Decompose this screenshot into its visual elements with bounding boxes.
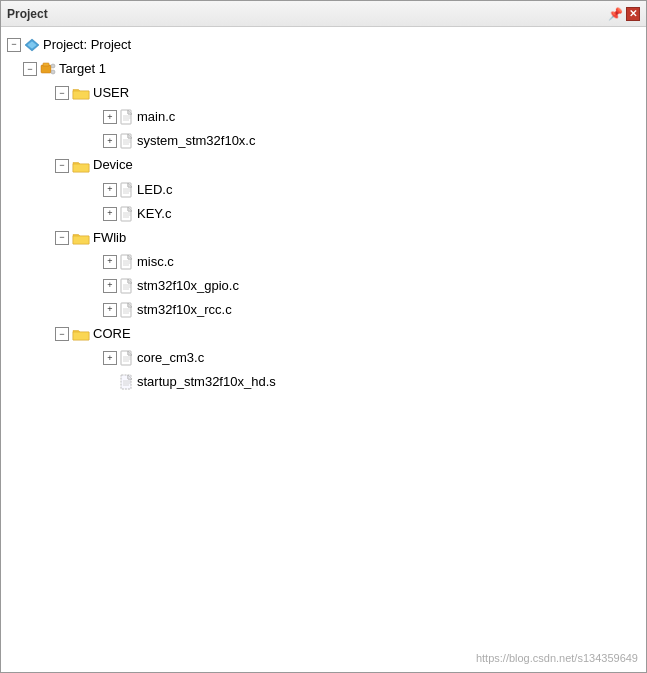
- list-item: +: [101, 178, 642, 202]
- project-window: Project 📌 ✕ − Project: Project: [0, 0, 647, 673]
- led-c-label: LED.c: [137, 179, 172, 201]
- tree-content: − Project: Project −: [1, 27, 646, 672]
- gpio-c-item[interactable]: +: [101, 274, 642, 298]
- system-stm32-label: system_stm32f10x.c: [137, 130, 256, 152]
- list-item: startup_stm32f10x_hd.s: [101, 370, 642, 394]
- title-bar-left: Project: [7, 7, 48, 21]
- target-1-label: Target 1: [59, 58, 106, 80]
- expander-key-c[interactable]: +: [103, 207, 117, 221]
- project-icon: [24, 38, 40, 52]
- list-item: − Device: [53, 153, 642, 225]
- title-bar-icons: 📌 ✕: [608, 7, 640, 21]
- core-cm3-item[interactable]: +: [101, 346, 642, 370]
- close-icon[interactable]: ✕: [626, 7, 640, 21]
- file-icon: [120, 109, 134, 125]
- project-root-label: Project: Project: [43, 34, 131, 56]
- expander-target1[interactable]: −: [23, 62, 37, 76]
- list-item: +: [101, 298, 642, 322]
- user-files: +: [53, 105, 642, 153]
- project-tree: − Project: Project −: [5, 33, 642, 394]
- folder-icon: [72, 327, 90, 341]
- misc-c-item[interactable]: +: [101, 250, 642, 274]
- user-folder-label: USER: [93, 82, 129, 104]
- led-c-item[interactable]: +: [101, 178, 642, 202]
- expander-led-c[interactable]: +: [103, 183, 117, 197]
- folder-icon: [72, 159, 90, 173]
- core-cm3-label: core_cm3.c: [137, 347, 204, 369]
- expander-user[interactable]: −: [55, 86, 69, 100]
- expander-gpio-c[interactable]: +: [103, 279, 117, 293]
- startup-label: startup_stm32f10x_hd.s: [137, 371, 276, 393]
- fwlib-folder[interactable]: − FWlib: [53, 226, 642, 250]
- list-item: +: [101, 274, 642, 298]
- device-folder-label: Device: [93, 154, 133, 176]
- svg-rect-3: [43, 63, 49, 66]
- file-icon: [120, 254, 134, 270]
- expander-system-stm32[interactable]: +: [103, 134, 117, 148]
- user-folder-list: − USER: [21, 81, 642, 394]
- folder-icon: [72, 86, 90, 100]
- file-icon: [120, 133, 134, 149]
- gpio-c-label: stm32f10x_gpio.c: [137, 275, 239, 297]
- expander-root[interactable]: −: [7, 38, 21, 52]
- startup-item[interactable]: startup_stm32f10x_hd.s: [101, 370, 642, 394]
- svg-point-5: [51, 70, 55, 74]
- fwlib-folder-label: FWlib: [93, 227, 126, 249]
- list-item: − USER: [53, 81, 642, 153]
- watermark: https://blog.csdn.net/s134359649: [476, 652, 638, 664]
- device-folder[interactable]: − Device: [53, 153, 642, 177]
- target-icon: [40, 62, 56, 76]
- file-icon: [120, 302, 134, 318]
- list-item: +: [101, 105, 642, 129]
- expander-core[interactable]: −: [55, 327, 69, 341]
- list-item: − FWlib: [53, 226, 642, 322]
- title-bar: Project 📌 ✕: [1, 1, 646, 27]
- core-folder[interactable]: − CORE: [53, 322, 642, 346]
- list-item: − CORE: [53, 322, 642, 394]
- project-root[interactable]: − Project: Project: [5, 33, 642, 57]
- main-c-item[interactable]: +: [101, 105, 642, 129]
- folder-icon: [72, 231, 90, 245]
- pin-icon[interactable]: 📌: [608, 7, 622, 21]
- expander-misc-c[interactable]: +: [103, 255, 117, 269]
- expander-device[interactable]: −: [55, 159, 69, 173]
- file-icon: [120, 278, 134, 294]
- window-title: Project: [7, 7, 48, 21]
- list-item: − Project: Project −: [5, 33, 642, 394]
- main-c-label: main.c: [137, 106, 175, 128]
- list-item: +: [101, 202, 642, 226]
- file-plain-icon: [120, 374, 134, 390]
- misc-c-label: misc.c: [137, 251, 174, 273]
- list-item: +: [101, 250, 642, 274]
- file-icon: [120, 350, 134, 366]
- key-c-label: KEY.c: [137, 203, 171, 225]
- device-files: +: [53, 178, 642, 226]
- core-folder-label: CORE: [93, 323, 131, 345]
- target-1[interactable]: − Target 1: [21, 57, 642, 81]
- key-c-item[interactable]: +: [101, 202, 642, 226]
- system-stm32-item[interactable]: +: [101, 129, 642, 153]
- fwlib-files: +: [53, 250, 642, 322]
- core-files: +: [53, 346, 642, 394]
- list-item: +: [101, 129, 642, 153]
- expander-rcc-c[interactable]: +: [103, 303, 117, 317]
- file-icon: [120, 206, 134, 222]
- expander-core-cm3[interactable]: +: [103, 351, 117, 365]
- file-icon: [120, 182, 134, 198]
- svg-point-4: [51, 64, 55, 68]
- expander-main-c[interactable]: +: [103, 110, 117, 124]
- rcc-c-item[interactable]: +: [101, 298, 642, 322]
- list-item: − Target 1: [21, 57, 642, 394]
- rcc-c-label: stm32f10x_rcc.c: [137, 299, 232, 321]
- expander-fwlib[interactable]: −: [55, 231, 69, 245]
- user-folder[interactable]: − USER: [53, 81, 642, 105]
- list-item: +: [101, 346, 642, 370]
- target-list: − Target 1: [5, 57, 642, 394]
